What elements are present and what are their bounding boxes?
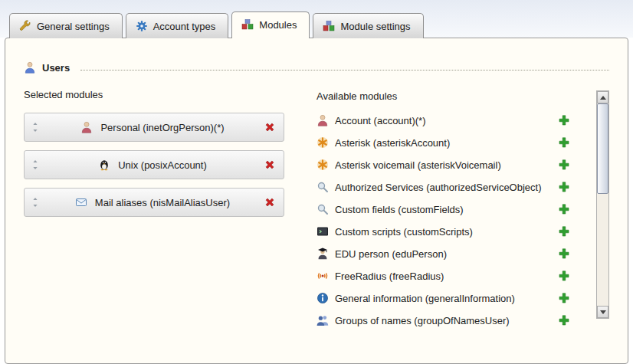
magnifier-icon: [316, 181, 329, 193]
section-divider: [80, 70, 609, 71]
available-module-row: EDU person (eduPerson): [316, 248, 570, 260]
remove-module-button[interactable]: [264, 196, 276, 208]
radio-signal-icon: [316, 270, 329, 282]
available-modules-scrollbar[interactable]: [596, 90, 609, 319]
wrench-icon: [19, 20, 31, 32]
magnifier-icon: [316, 203, 329, 215]
asterisk-icon: [316, 159, 329, 171]
available-module-label: EDU person (eduPerson): [335, 248, 447, 260]
content-panel: Users Selected modules Personal (inet: [5, 38, 628, 364]
section-title: Users: [42, 62, 70, 74]
available-module-row: Asterisk (asteriskAccount): [316, 136, 570, 149]
tab-label: Module settings: [340, 21, 410, 32]
available-module-label: Asterisk (asteriskAccount): [335, 137, 450, 149]
available-modules-heading: Available modules: [316, 90, 570, 102]
tab-modules[interactable]: Modules: [231, 11, 310, 38]
available-module-row: Asterisk voicemail (asteriskVoicemail): [316, 159, 570, 171]
add-module-button[interactable]: [558, 225, 570, 238]
available-module-label: FreeRadius (freeRadius): [335, 271, 444, 282]
modules-icon: [323, 20, 335, 32]
tab-label: General settings: [37, 21, 110, 32]
gear-icon: [136, 20, 148, 32]
available-module-row: Authorized Services (authorizedServiceOb…: [316, 181, 570, 193]
available-module-row: Groups of names (groupOfNamesUser): [316, 314, 570, 326]
group-icon: [316, 314, 329, 326]
drag-handle-icon[interactable]: [29, 196, 41, 208]
selected-module-label: Unix (posixAccount): [118, 159, 207, 171]
remove-module-button[interactable]: [264, 121, 276, 133]
available-module-label: Authorized Services (authorizedServiceOb…: [335, 182, 542, 193]
selected-module-label: Mail aliases (nisMailAliasUser): [95, 197, 230, 208]
selected-module-row[interactable]: Unix (posixAccount): [24, 150, 284, 179]
available-modules-column: Available modules Account (account)(*): [316, 89, 609, 336]
add-module-button[interactable]: [558, 114, 570, 126]
console-icon: [316, 225, 329, 238]
available-module-row: Custom scripts (customScripts): [316, 225, 570, 238]
available-module-row: General information (generalInformation): [316, 292, 570, 304]
available-module-label: Account (account)(*): [335, 115, 426, 126]
scroll-up-button[interactable]: [597, 91, 608, 103]
add-module-button[interactable]: [558, 248, 570, 260]
selected-module-row[interactable]: Mail aliases (nisMailAliasUser): [24, 188, 284, 217]
section-head: Users: [24, 61, 609, 74]
down-arrow-icon: [600, 310, 606, 314]
add-module-button[interactable]: [558, 136, 570, 149]
add-module-button[interactable]: [558, 270, 570, 282]
add-module-button[interactable]: [558, 314, 570, 326]
scrollbar-track[interactable]: [597, 103, 608, 306]
selected-modules-heading: Selected modules: [24, 89, 294, 100]
asterisk-icon: [316, 136, 329, 149]
graduate-person-icon: [316, 248, 329, 260]
scroll-down-button[interactable]: [597, 306, 608, 318]
tab-account-types[interactable]: Account types: [126, 13, 229, 38]
account-module-icon: [316, 114, 329, 126]
selected-modules-column: Selected modules Personal (inetOrgPerson…: [24, 89, 294, 336]
mail-envelope-icon: [75, 196, 87, 208]
up-arrow-icon: [600, 96, 606, 100]
available-module-label: Custom scripts (customScripts): [335, 226, 473, 238]
available-module-row: FreeRadius (freeRadius): [316, 270, 570, 282]
add-module-button[interactable]: [558, 181, 570, 193]
remove-module-button[interactable]: [264, 159, 276, 171]
add-module-button[interactable]: [558, 203, 570, 215]
tab-label: Account types: [153, 21, 216, 32]
available-module-label: Custom fields (customFields): [335, 204, 464, 215]
tab-general-settings[interactable]: General settings: [9, 13, 123, 38]
header-band: General settings Account types: [0, 0, 633, 38]
personal-module-icon: [80, 121, 93, 133]
add-module-button[interactable]: [558, 292, 570, 304]
selected-module-label: Personal (inetOrgPerson)(*): [100, 122, 224, 133]
available-modules-list: Available modules Account (account)(*): [316, 90, 596, 336]
user-icon: [24, 61, 36, 74]
drag-handle-icon[interactable]: [29, 121, 41, 133]
tab-module-settings[interactable]: Module settings: [313, 13, 423, 38]
modules-icon: [241, 18, 254, 31]
scrollbar-thumb[interactable]: [597, 103, 608, 194]
tab-label: Modules: [259, 19, 297, 31]
drag-handle-icon[interactable]: [29, 159, 41, 171]
selected-module-row[interactable]: Personal (inetOrgPerson)(*): [24, 113, 284, 142]
add-module-button[interactable]: [558, 159, 570, 171]
available-module-label: Asterisk voicemail (asteriskVoicemail): [335, 159, 501, 171]
available-module-row: Account (account)(*): [316, 114, 570, 126]
unix-tux-icon: [98, 159, 110, 171]
info-icon: [316, 292, 329, 304]
available-module-label: Groups of names (groupOfNamesUser): [335, 315, 510, 326]
available-module-row: Custom fields (customFields): [316, 203, 570, 215]
available-module-label: General information (generalInformation): [335, 293, 515, 304]
tab-bar: General settings Account types: [9, 11, 633, 38]
columns: Selected modules Personal (inetOrgPerson…: [24, 89, 609, 336]
